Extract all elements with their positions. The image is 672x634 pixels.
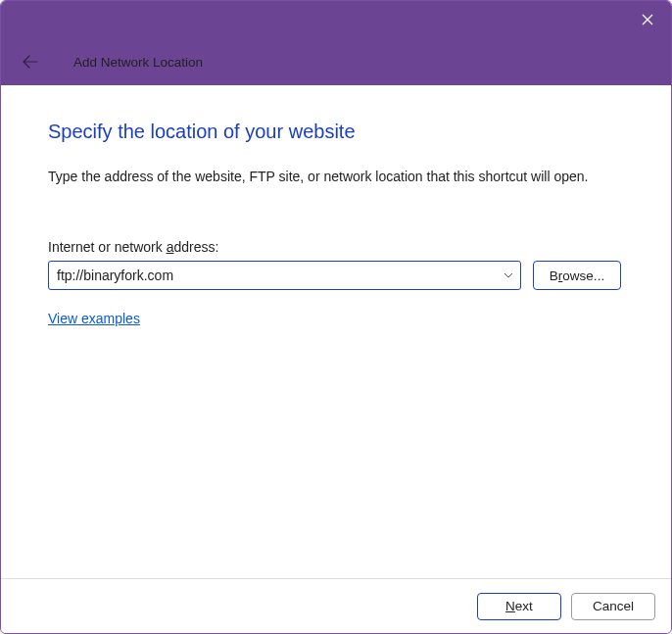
back-button[interactable] bbox=[15, 46, 46, 77]
cancel-button[interactable]: Cancel bbox=[571, 593, 655, 620]
close-icon bbox=[642, 14, 653, 25]
close-button[interactable] bbox=[624, 1, 671, 38]
input-row: Browse... bbox=[48, 261, 624, 290]
wizard-window: Add Network Location Specify the locatio… bbox=[0, 0, 672, 634]
address-label: Internet or network address: bbox=[48, 239, 624, 255]
page-description: Type the address of the website, FTP sit… bbox=[48, 169, 624, 184]
arrow-left-icon bbox=[23, 54, 38, 70]
page-title: Specify the location of your website bbox=[48, 121, 624, 143]
view-examples-link[interactable]: View examples bbox=[48, 311, 140, 326]
wizard-title: Add Network Location bbox=[73, 55, 203, 70]
titlebar bbox=[1, 1, 671, 38]
browse-button[interactable]: Browse... bbox=[533, 261, 621, 290]
address-input[interactable] bbox=[48, 261, 521, 290]
header: Add Network Location bbox=[1, 38, 671, 85]
footer: Next Cancel bbox=[1, 578, 671, 633]
content-area: Specify the location of your website Typ… bbox=[1, 85, 671, 327]
next-button[interactable]: Next bbox=[477, 593, 561, 620]
address-combobox[interactable] bbox=[48, 261, 521, 290]
